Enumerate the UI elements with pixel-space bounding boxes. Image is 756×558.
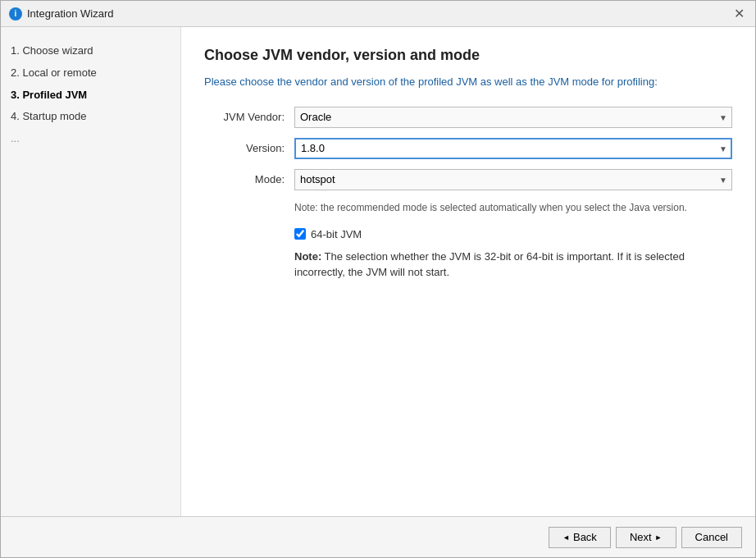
next-arrow-icon: ► <box>655 533 663 542</box>
mode-select-wrapper: hotspot client server ▼ <box>294 169 732 190</box>
page-title: Choose JVM vendor, version and mode <box>204 47 732 64</box>
sidebar-item-profiled-jvm[interactable]: 3. Profiled JVM <box>9 85 172 107</box>
vendor-row: JVM Vendor: Oracle OpenJDK IBM Azul ▼ <box>204 107 732 128</box>
cancel-button[interactable]: Cancel <box>681 527 742 548</box>
title-bar-left: i Integration Wizard <box>9 7 114 21</box>
sidebar: 1. Choose wizard 2. Local or remote 3. P… <box>1 27 181 516</box>
vendor-select-wrapper: Oracle OpenJDK IBM Azul ▼ <box>294 107 732 128</box>
sidebar-item-ellipsis: ... <box>9 128 172 150</box>
important-note: Note: The selection whether the JVM is 3… <box>294 249 732 281</box>
next-label: Next <box>630 531 652 543</box>
vendor-select[interactable]: Oracle OpenJDK IBM Azul <box>294 107 732 128</box>
back-button[interactable]: ◄ Back <box>549 527 611 548</box>
title-bar: i Integration Wizard ✕ <box>1 1 755 27</box>
main-panel: Choose JVM vendor, version and mode Plea… <box>181 27 755 516</box>
mode-note: Note: the recommended mode is selected a… <box>294 200 732 215</box>
wizard-icon: i <box>9 7 22 21</box>
mode-row: Mode: hotspot client server ▼ <box>204 169 732 190</box>
sidebar-item-startup-mode[interactable]: 4. Startup mode <box>9 106 172 128</box>
page-description: Please choose the vendor and version of … <box>204 74 732 90</box>
bit64-label[interactable]: 64-bit JVM <box>311 228 362 240</box>
footer: ◄ Back Next ► Cancel <box>1 516 755 557</box>
version-select[interactable]: 1.8.0 1.7.0 11 17 21 <box>294 138 732 159</box>
content-area: 1. Choose wizard 2. Local or remote 3. P… <box>1 27 755 516</box>
version-row: Version: 1.8.0 1.7.0 11 17 21 ▼ <box>204 138 732 159</box>
version-select-wrapper: 1.8.0 1.7.0 11 17 21 ▼ <box>294 138 732 159</box>
next-button[interactable]: Next ► <box>616 527 676 548</box>
mode-select[interactable]: hotspot client server <box>294 169 732 190</box>
vendor-label: JVM Vendor: <box>204 111 294 123</box>
back-label: Back <box>573 531 597 543</box>
important-prefix: Note: <box>294 250 321 263</box>
cancel-label: Cancel <box>695 531 728 543</box>
integration-wizard-dialog: i Integration Wizard ✕ 1. Choose wizard … <box>0 0 756 558</box>
important-note-text: The selection whether the JVM is 32-bit … <box>294 250 685 279</box>
dialog-title: Integration Wizard <box>27 7 114 20</box>
sidebar-item-choose-wizard[interactable]: 1. Choose wizard <box>9 40 172 62</box>
back-arrow-icon: ◄ <box>562 533 570 542</box>
close-button[interactable]: ✕ <box>731 6 747 22</box>
sidebar-item-local-remote[interactable]: 2. Local or remote <box>9 62 172 85</box>
checkbox-row: 64-bit JVM <box>294 228 732 240</box>
mode-label: Mode: <box>204 173 294 185</box>
version-label: Version: <box>204 142 294 154</box>
bit64-checkbox[interactable] <box>294 228 306 240</box>
